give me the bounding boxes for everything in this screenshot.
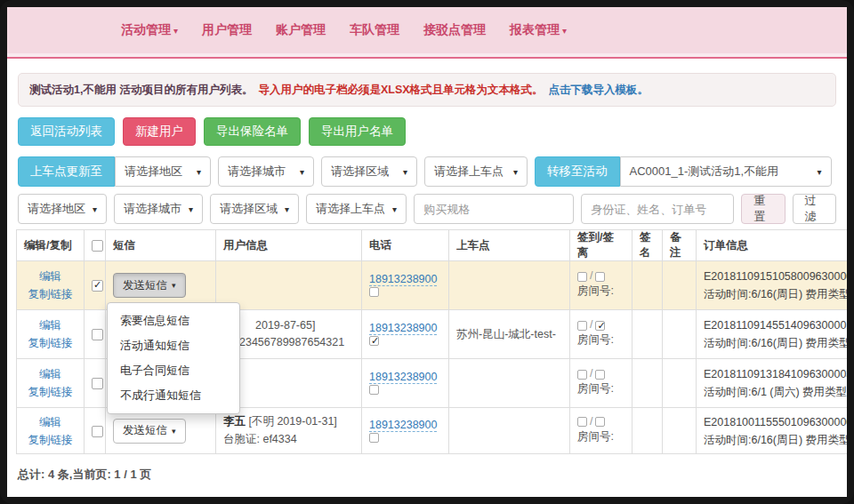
district-select[interactable]: 请选择区域▾ [321, 156, 417, 187]
chevron-down-icon: ▾ [285, 204, 289, 214]
pickup-cell [449, 359, 570, 408]
checkin-checkbox[interactable] [577, 272, 587, 282]
download-template-link[interactable]: 点击下载导入模板。 [549, 83, 649, 98]
city-select[interactable]: 请选择城市▾ [218, 156, 314, 187]
chevron-down-icon: ▾ [513, 167, 518, 177]
copy-link[interactable]: 复制链接 [24, 334, 77, 352]
checkout-checkbox[interactable] [595, 272, 605, 282]
phone-link[interactable]: 18913238900 [369, 273, 437, 286]
header-edit-copy: 编辑/复制 [17, 230, 85, 261]
checkin-checkbox[interactable] [577, 370, 587, 380]
chevron-down-icon: ▾ [173, 26, 178, 36]
nav-user-management[interactable]: 用户管理 [202, 22, 252, 38]
edit-link[interactable]: 编辑 [24, 413, 77, 431]
transfer-to-activity-button[interactable]: 转移至活动 [535, 156, 620, 187]
select-value: 请选择区域 [220, 201, 278, 217]
order-activity-time: 活动时间:6/1 (周六) 费用类型 [704, 383, 847, 401]
signature-cell [632, 359, 663, 408]
user-name: 李五 [223, 415, 246, 428]
send-sms-button[interactable]: 发送短信▾ [113, 273, 186, 298]
select-value: 请选择地区 [125, 164, 182, 180]
city-select-2[interactable]: 请选择城市▾ [114, 194, 203, 224]
checkout-checkbox[interactable] [595, 321, 605, 331]
table-row: 编辑 复制链接 发送短信▾ 李五 [不明 2019-01-31] 台胞证: ef… [17, 408, 848, 454]
export-insurance-list-button[interactable]: 导出保险名单 [204, 117, 301, 146]
row-checkbox[interactable] [92, 329, 103, 340]
phone-checkbox[interactable] [369, 336, 379, 346]
back-to-activity-list-button[interactable]: 返回活动列表 [18, 117, 115, 146]
update-pickup-point-button[interactable]: 上车点更新至 [18, 156, 115, 187]
chevron-down-icon: ▾ [93, 204, 97, 214]
region-select[interactable]: 请选择地区▾ [115, 156, 211, 187]
pickup-point-select-2[interactable]: 请选择上车点▾ [306, 194, 407, 224]
user-info-line1: 2019-87-65] [255, 317, 354, 334]
nav-account-management[interactable]: 账户管理 [276, 22, 326, 38]
phone-link[interactable]: 18913238900 [369, 322, 437, 335]
sms-cell: 发送短信▾ [106, 408, 216, 454]
copy-link[interactable]: 复制链接 [24, 431, 77, 449]
export-user-list-button[interactable]: 导出用户名单 [309, 117, 406, 146]
header-signature: 签名 [632, 230, 663, 261]
district-select-2[interactable]: 请选择区域▾ [210, 194, 299, 224]
row-checkbox[interactable] [92, 280, 103, 292]
nav-shuttle-point-management[interactable]: 接驳点管理 [423, 22, 486, 38]
edit-link[interactable]: 编辑 [24, 365, 77, 383]
menu-item-request-info-sms[interactable]: 索要信息短信 [108, 308, 239, 333]
reset-button[interactable]: 重置 [741, 194, 785, 224]
order-activity-time: 活动时间:6/16(周日) 费用类型 [704, 334, 847, 352]
phone-checkbox[interactable] [369, 433, 379, 443]
copy-link[interactable]: 复制链接 [24, 285, 77, 303]
phone-link[interactable]: 18913238900 [369, 371, 437, 384]
header-user-info: 用户信息 [216, 230, 362, 261]
nav-report-management[interactable]: 报表管理▾ [510, 22, 567, 38]
phone-checkbox[interactable] [369, 287, 379, 297]
chevron-down-icon: ▾ [403, 167, 407, 177]
purchase-spec-input[interactable] [414, 194, 574, 224]
checkout-checkbox[interactable] [595, 417, 605, 427]
phone-checkbox[interactable] [369, 385, 379, 395]
row-checkbox[interactable] [92, 378, 103, 389]
filter-button[interactable]: 过滤 [793, 194, 836, 224]
row-checkbox[interactable] [92, 426, 103, 437]
nav-label: 车队管理 [350, 22, 399, 36]
user-id-info: [不明 2019-01-31] [246, 415, 337, 428]
pickup-point-select[interactable]: 请选择上车点▾ [424, 156, 528, 187]
nav-fleet-management[interactable]: 车队管理 [350, 22, 399, 38]
order-info-cell: E201810011555010963000003 活动时间:6/16(周日) … [697, 408, 848, 454]
checkin-checkbox[interactable] [577, 417, 587, 427]
target-activity-select[interactable]: AC0001_1-测试活动1,不能用▾ [620, 156, 832, 187]
chevron-down-icon: ▾ [197, 167, 201, 177]
menu-item-e-contract-sms[interactable]: 电子合同短信 [108, 358, 239, 383]
order-info-cell: E2018110915105800963000025 活动时间:6/16(周日)… [697, 261, 848, 310]
id-name-order-search-input[interactable] [581, 194, 734, 224]
menu-item-activity-notice-sms[interactable]: 活动通知短信 [108, 333, 239, 358]
user-info-cell: 李五 [不明 2019-01-31] 台胞证: ef4334 [216, 408, 362, 454]
checkin-cell: / 房间号: [570, 359, 632, 408]
order-activity-time: 活动时间:6/16(周日) 费用类型 [704, 431, 847, 449]
row-select-cell [85, 261, 106, 310]
menu-item-cancel-notice-sms[interactable]: 不成行通知短信 [108, 383, 239, 408]
checkin-cell: / 房间号: [570, 261, 632, 310]
chevron-down-icon: ▾ [300, 167, 304, 177]
new-user-button[interactable]: 新建用户 [123, 117, 196, 146]
edit-link[interactable]: 编辑 [24, 268, 77, 285]
phone-cell: 18913238900 [362, 408, 449, 454]
checkin-cell: / 房间号: [570, 408, 632, 454]
send-sms-button[interactable]: 发送短信▾ [113, 419, 186, 444]
edit-copy-cell: 编辑 复制链接 [17, 359, 85, 408]
header-note: 备注 [663, 230, 697, 261]
copy-link[interactable]: 复制链接 [24, 383, 77, 401]
page: 活动管理▾ 用户管理 账户管理 车队管理 接驳点管理 报表管理▾ 测试活动1,不… [7, 7, 847, 497]
edit-copy-cell: 编辑 复制链接 [17, 408, 85, 454]
pickup-update-filter-row: 上车点更新至 请选择地区▾ 请选择城市▾ 请选择区域▾ 请选择上车点▾ 转移至活… [18, 156, 836, 187]
checkout-checkbox[interactable] [595, 370, 605, 380]
checkin-checkbox[interactable] [577, 321, 587, 331]
edit-link[interactable]: 编辑 [24, 316, 77, 334]
select-all-checkbox[interactable] [92, 240, 103, 252]
signature-cell [632, 408, 663, 454]
nav-label: 用户管理 [202, 22, 252, 36]
nav-activity-management[interactable]: 活动管理▾ [121, 22, 178, 38]
region-select-2[interactable]: 请选择地区▾ [18, 194, 107, 224]
nav-label: 活动管理 [121, 22, 171, 36]
phone-link[interactable]: 18913238900 [369, 419, 437, 432]
